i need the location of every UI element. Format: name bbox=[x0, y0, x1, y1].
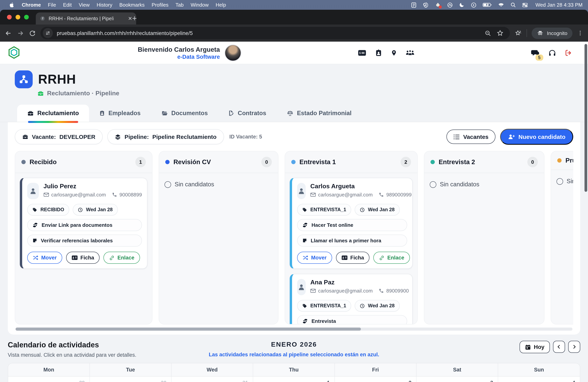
candidate-card-ana-paz[interactable]: Ana Paz carlosargue@gmail.com 89009900 bbox=[290, 274, 413, 324]
vacantes-button[interactable]: Vacantes bbox=[446, 129, 495, 144]
close-window-button[interactable] bbox=[7, 15, 12, 20]
tab-documentos[interactable]: Documentos bbox=[151, 105, 218, 122]
calendar-day-cell[interactable]: 3 bbox=[417, 377, 498, 382]
task-row[interactable]: Enviar Link para documentos bbox=[27, 219, 142, 231]
tab-empleados[interactable]: Empleados bbox=[89, 105, 151, 122]
task-row[interactable]: Entrevista bbox=[297, 315, 407, 324]
minimize-window-button[interactable] bbox=[16, 15, 20, 20]
user-avatar[interactable] bbox=[225, 44, 242, 61]
menubar-item-profiles[interactable]: Profiles bbox=[148, 2, 172, 8]
task-row[interactable]: Llamar el lunes a primer hora bbox=[297, 234, 407, 247]
enlace-button[interactable]: Enlace bbox=[373, 252, 410, 264]
site-settings-icon[interactable] bbox=[43, 28, 53, 38]
tab-contratos[interactable]: Contratos bbox=[218, 105, 276, 122]
tab-estado-patrimonial[interactable]: Estado Patrimonial bbox=[276, 105, 362, 122]
prev-month-button[interactable] bbox=[553, 341, 565, 353]
today-button[interactable]: Hoy bbox=[519, 341, 550, 353]
calendar-day-cell[interactable]: 29 bbox=[8, 377, 90, 382]
employee-badge-icon[interactable] bbox=[375, 49, 382, 57]
location-pin-icon[interactable] bbox=[391, 49, 397, 57]
task-row[interactable]: Hacer Test online bbox=[297, 219, 407, 231]
fullscreen-window-button[interactable] bbox=[24, 15, 29, 20]
menubar-item-help[interactable]: Help bbox=[212, 2, 230, 8]
menubar-item-file[interactable]: File bbox=[44, 2, 60, 8]
task-row[interactable]: Verificar referencias laborales bbox=[27, 234, 142, 247]
mover-button[interactable]: Mover bbox=[297, 252, 332, 264]
menubar-item-edit[interactable]: Edit bbox=[60, 2, 75, 8]
tab-reclutamiento[interactable]: Reclutamiento bbox=[17, 105, 89, 122]
menubar-item-history[interactable]: History bbox=[93, 2, 116, 8]
browser-menu-icon[interactable] bbox=[577, 30, 583, 36]
back-icon[interactable] bbox=[5, 29, 12, 37]
battery-icon[interactable] bbox=[483, 2, 492, 7]
people-group-icon[interactable] bbox=[405, 49, 414, 56]
candidate-card-julio-perez[interactable]: Julio Perez carlosargue@gmail.com 900088… bbox=[20, 178, 147, 269]
column-status-dot bbox=[557, 158, 562, 163]
zoom-out-icon[interactable] bbox=[484, 30, 491, 36]
enlace-label: Enlace bbox=[387, 255, 404, 261]
ficha-button[interactable]: Ficha bbox=[336, 252, 370, 264]
payroll-money-check-icon[interactable] bbox=[357, 49, 366, 56]
play-circle-menu-icon[interactable] bbox=[471, 2, 477, 8]
side-panel-star-icon[interactable] bbox=[514, 29, 522, 37]
calendar-day-cell[interactable]: 30 bbox=[90, 377, 171, 382]
messages-button[interactable]: 5 bbox=[530, 48, 540, 57]
bookmark-star-icon[interactable] bbox=[497, 30, 504, 37]
ai-swirl-menu-icon[interactable] bbox=[423, 2, 429, 8]
menubar-item-bookmarks[interactable]: Bookmarks bbox=[116, 2, 148, 8]
empty-state: Sin candidatos bbox=[164, 178, 273, 191]
spotlight-search-icon[interactable] bbox=[510, 2, 516, 8]
menubar-item-tab[interactable]: Tab bbox=[172, 2, 187, 8]
ficha-button[interactable]: Ficha bbox=[66, 252, 100, 264]
tab-label: Documentos bbox=[171, 110, 208, 117]
reload-icon[interactable] bbox=[29, 30, 36, 37]
calendar-title: Calendario de actividades bbox=[8, 341, 136, 349]
calendar-day-cell[interactable]: 2 bbox=[335, 377, 417, 382]
weekday-label: Tue bbox=[90, 363, 171, 376]
vacante-filter-chip[interactable]: Vacante: DEVELOPER bbox=[15, 129, 103, 144]
apple-menu-icon[interactable] bbox=[5, 1, 18, 8]
status-app-menu-icon[interactable] bbox=[435, 2, 441, 8]
calendar-day-cell[interactable]: 1 bbox=[253, 377, 335, 382]
menubar-item-window[interactable]: Window bbox=[187, 2, 212, 8]
tab-close-icon[interactable]: ✕ bbox=[128, 16, 132, 21]
next-month-button[interactable] bbox=[568, 341, 580, 353]
board-horizontal-scrollbar[interactable] bbox=[16, 328, 572, 331]
company-name[interactable]: e-Data Software bbox=[138, 53, 220, 60]
address-bar[interactable]: pruebas.planillarrhh.com/rrhh/rrhh/reclu… bbox=[41, 27, 510, 39]
scrollbar-thumb[interactable] bbox=[16, 328, 361, 331]
mover-button[interactable]: Mover bbox=[27, 252, 62, 264]
forward-icon[interactable] bbox=[17, 29, 24, 37]
control-center-icon[interactable] bbox=[522, 2, 528, 8]
column-title: Entrevista 2 bbox=[439, 158, 475, 166]
browser-tab[interactable]: RRHH - Reclutamiento | Pipeli ✕ bbox=[36, 12, 136, 24]
new-tab-button[interactable]: + bbox=[132, 14, 137, 23]
column-title: Entrevista 1 bbox=[299, 158, 336, 166]
support-headphones-icon[interactable] bbox=[548, 49, 556, 57]
menubar-clock[interactable]: Wed Jan 28 4:33 PM bbox=[534, 2, 583, 8]
weekday-label: Mon bbox=[8, 363, 90, 376]
logout-icon[interactable] bbox=[564, 49, 572, 57]
mountain-circle-menu-icon[interactable] bbox=[447, 2, 453, 8]
module-tabs: Reclutamiento Empleados Documentos Contr… bbox=[0, 105, 588, 122]
menubar-app-name[interactable]: Chrome bbox=[18, 2, 44, 8]
page-vertical-scrollbar[interactable] bbox=[585, 44, 587, 192]
menubar-item-view[interactable]: View bbox=[75, 2, 93, 8]
wifi-icon[interactable] bbox=[498, 2, 504, 7]
company-logo[interactable] bbox=[6, 45, 22, 61]
calendar-day-cell[interactable]: 4 bbox=[498, 377, 580, 382]
enlace-button[interactable]: Enlace bbox=[104, 252, 140, 264]
tab-title: RRHH - Reclutamiento | Pipeli bbox=[49, 16, 125, 21]
new-candidate-button[interactable]: Nuevo candidato bbox=[500, 129, 573, 145]
toolbar-divider bbox=[526, 29, 527, 37]
pipeline-filter-chip[interactable]: Pipeline: Pipeline Reclutamiento bbox=[107, 129, 224, 144]
notes-menu-icon[interactable] bbox=[411, 2, 417, 8]
url-text[interactable]: pruebas.planillarrhh.com/rrhh/rrhh/reclu… bbox=[57, 30, 481, 36]
candidate-card-carlos-argueta[interactable]: Carlos Argueta carlosargue@gmail.com 989… bbox=[290, 178, 413, 269]
do-not-disturb-moon-iconon[interactable] bbox=[459, 2, 465, 8]
breadcrumb-briefcase-icon bbox=[37, 90, 44, 96]
calendar-day-cell[interactable]: 31 bbox=[171, 377, 253, 382]
candidate-email: carlosargue@gmail.com bbox=[318, 192, 373, 198]
person-icon bbox=[297, 283, 306, 291]
date-label: Wed Jan 28 bbox=[86, 207, 113, 212]
